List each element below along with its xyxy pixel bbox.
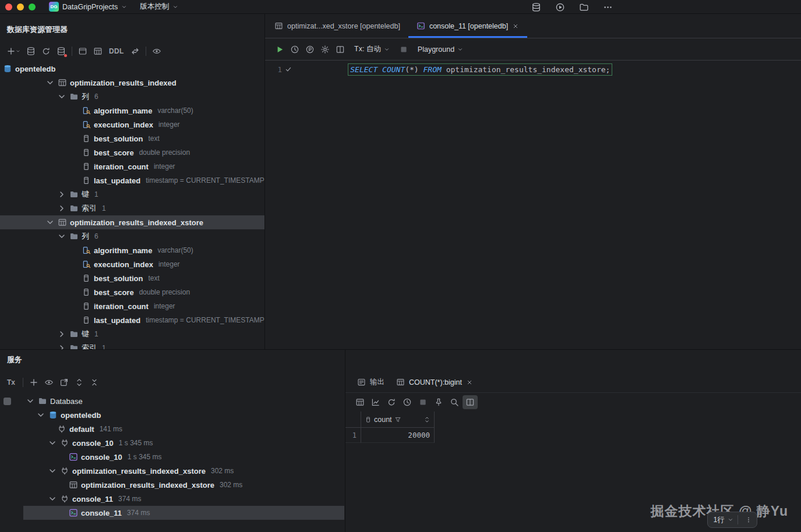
chevron-down-icon[interactable] xyxy=(26,396,35,406)
tree-row-best-solution[interactable]: best_solution text xyxy=(0,271,264,285)
project-menu[interactable]: DG DataGripProjects xyxy=(43,0,133,13)
tree-row-indexes-folder[interactable]: 索引 1 xyxy=(0,341,264,350)
tab-console-11[interactable]: console_11 [openteledb] xyxy=(408,14,527,38)
find-button[interactable] xyxy=(447,395,462,409)
grid-options-button[interactable] xyxy=(463,395,478,409)
close-icon[interactable] xyxy=(466,379,473,386)
svc-row-console-11-session[interactable]: console_11 374 ms xyxy=(23,492,344,506)
playground-dropdown[interactable]: Playground xyxy=(418,45,463,54)
tab-count-result[interactable]: COUNT(*):bigint xyxy=(390,372,479,392)
more-icon[interactable] xyxy=(603,2,613,12)
tree-row-execution-index[interactable]: execution_index integer xyxy=(0,257,264,271)
tree-row-execution-index[interactable]: execution_index integer xyxy=(0,118,264,132)
sql-statement[interactable]: SELECT COUNT(*) FROM optimization_result… xyxy=(302,55,612,84)
code-editor[interactable]: 1 SELECT COUNT(*) FROM optimization_resu… xyxy=(265,61,801,76)
tree-row-columns-folder[interactable]: 列 6 xyxy=(0,90,264,104)
svc-row-console-11[interactable]: console_11 374 ms xyxy=(23,506,344,520)
svc-row-xstore-session[interactable]: optimization_results_indexed_xstore 302 … xyxy=(23,464,344,478)
column-header-count[interactable]: count xyxy=(361,412,435,428)
chart-view-button[interactable] xyxy=(368,395,383,409)
tree-row-optimization-results-indexed[interactable]: optimization_results_indexed xyxy=(0,76,264,90)
tree-row-keys-folder[interactable]: 键 1 xyxy=(0,187,264,201)
tree-row-algorithm-name[interactable]: algorithm_name varchar(50) xyxy=(0,243,264,257)
chevron-down-icon[interactable] xyxy=(45,78,55,87)
minimize-window-button[interactable] xyxy=(17,3,24,10)
project-folder-icon[interactable] xyxy=(579,2,589,12)
compare-button[interactable] xyxy=(128,44,143,59)
view-options-button[interactable] xyxy=(149,44,164,59)
count-value-cell[interactable]: 20000 xyxy=(361,428,435,443)
open-console-button[interactable] xyxy=(75,44,90,59)
chevron-down-icon[interactable] xyxy=(48,494,57,503)
add-service-button[interactable] xyxy=(26,375,41,390)
tree-row-best-score[interactable]: best_score double precision xyxy=(0,146,264,159)
stop-button[interactable] xyxy=(415,395,431,409)
tree-row-indexes-folder[interactable]: 索引 1 xyxy=(0,201,264,215)
open-in-new-button[interactable] xyxy=(57,375,72,390)
horizontal-splitter[interactable] xyxy=(0,349,801,350)
view-options-button[interactable] xyxy=(41,375,57,390)
run-circle-icon[interactable] xyxy=(555,2,565,12)
open-table-button[interactable] xyxy=(90,44,105,59)
datasource-properties-button[interactable] xyxy=(54,44,69,59)
chevron-down-icon[interactable] xyxy=(45,218,55,227)
tree-row-best-solution[interactable]: best_solution text xyxy=(0,132,264,146)
svc-row-database[interactable]: Database xyxy=(23,394,344,408)
new-datasource-button[interactable] xyxy=(23,44,38,59)
database-stack-icon[interactable] xyxy=(531,2,541,12)
tree-row-keys-folder[interactable]: 键 1 xyxy=(0,327,264,341)
expand-all-button[interactable] xyxy=(72,375,87,390)
filter-icon[interactable] xyxy=(394,416,401,423)
collapse-all-button[interactable] xyxy=(87,375,102,390)
tx-mode-dropdown[interactable]: Tx: 自动 xyxy=(354,44,390,54)
add-button[interactable] xyxy=(3,44,23,59)
refresh-button[interactable] xyxy=(38,44,54,59)
maximize-window-button[interactable] xyxy=(29,3,36,10)
settings-button[interactable] xyxy=(317,42,333,57)
more-options-button[interactable] xyxy=(742,513,755,526)
close-icon[interactable] xyxy=(512,23,519,30)
chevron-right-icon[interactable] xyxy=(57,329,66,339)
history-button[interactable] xyxy=(287,42,302,57)
reload-button[interactable] xyxy=(384,395,399,409)
tx-filter-button[interactable]: Tx xyxy=(2,375,20,390)
svc-row-xstore-table[interactable]: optimization_results_indexed_xstore 302 … xyxy=(23,478,344,492)
ddl-button[interactable]: DDL xyxy=(105,44,128,59)
tree-row-optimization-results-indexed-xstore[interactable]: optimization_results_indexed_xstore xyxy=(0,215,264,229)
vcs-menu[interactable]: 版本控制 xyxy=(133,0,185,13)
row-count-dropdown[interactable]: 1行 xyxy=(714,515,733,525)
tree-row-last-updated[interactable]: last_updated timestamp = CURRENT_TIMESTA… xyxy=(0,313,264,327)
grid-data-row[interactable]: 1 20000 xyxy=(345,428,801,443)
run-button[interactable] xyxy=(272,42,287,57)
tree-row-openteledb[interactable]: openteledb xyxy=(0,62,264,76)
sort-icon[interactable] xyxy=(424,416,431,423)
chevron-down-icon[interactable] xyxy=(48,466,57,476)
code-line-1[interactable]: 1 SELECT COUNT(*) FROM optimization_resu… xyxy=(265,63,801,76)
chevron-right-icon[interactable] xyxy=(57,204,66,213)
svc-row-console-10-session[interactable]: console_10 1 s 345 ms xyxy=(23,436,344,450)
stop-button[interactable] xyxy=(396,42,411,57)
tree-row-algorithm-name[interactable]: algorithm_name varchar(50) xyxy=(0,104,264,118)
tree-row-iteration-count[interactable]: iteration_count integer xyxy=(0,159,264,173)
svc-row-openteledb[interactable]: openteledb xyxy=(23,408,344,422)
chevron-down-icon[interactable] xyxy=(48,438,57,448)
vertical-splitter[interactable] xyxy=(345,350,345,532)
chevron-down-icon[interactable] xyxy=(57,232,66,241)
tab-table-editor[interactable]: optimizat...xed_xstore [openteledb] xyxy=(266,14,408,38)
tree-row-best-score[interactable]: best_score double precision xyxy=(0,285,264,299)
chevron-right-icon[interactable] xyxy=(57,190,66,199)
chevron-down-icon[interactable] xyxy=(57,92,66,101)
chevron-down-icon[interactable] xyxy=(36,410,45,420)
tree-row-last-updated[interactable]: last_updated timestamp = CURRENT_TIMESTA… xyxy=(0,173,264,187)
close-window-button[interactable] xyxy=(5,3,12,10)
in-editor-results-button[interactable] xyxy=(333,42,348,57)
data-view-button[interactable] xyxy=(352,395,368,409)
svc-row-default-session[interactable]: default 141 ms xyxy=(23,422,344,436)
execution-plan-button[interactable] xyxy=(302,42,317,57)
svc-row-console-10[interactable]: console_10 1 s 345 ms xyxy=(23,450,344,464)
tree-row-iteration-count[interactable]: iteration_count integer xyxy=(0,299,264,313)
pin-tab-button[interactable] xyxy=(431,395,446,409)
vertical-splitter[interactable] xyxy=(264,14,265,350)
filter-toggle-button[interactable] xyxy=(3,398,11,405)
tree-row-columns-folder[interactable]: 列 6 xyxy=(0,229,264,243)
